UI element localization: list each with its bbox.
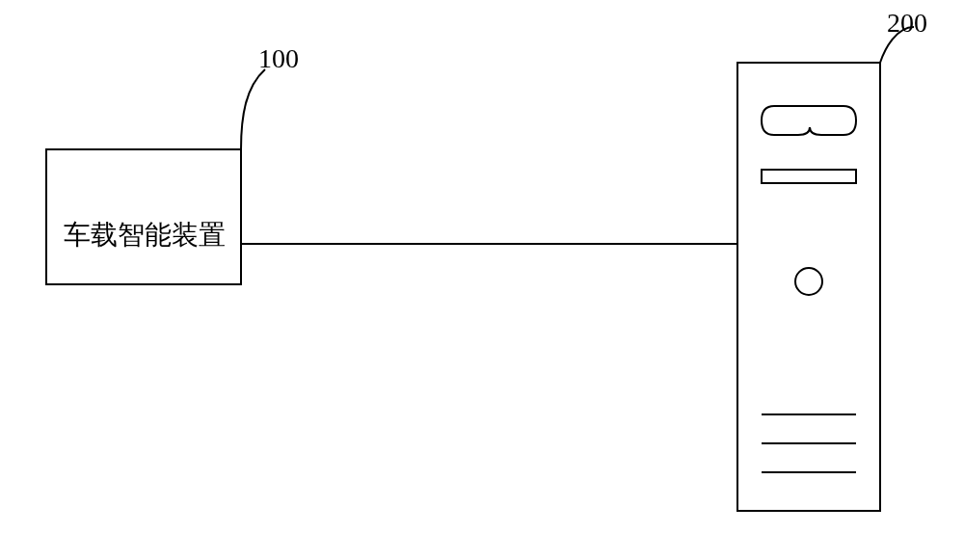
tower-power-button <box>795 268 822 295</box>
diagram-canvas <box>0 0 964 560</box>
leader-100 <box>241 69 265 149</box>
ref-label-200: 200 <box>887 8 927 39</box>
device-box-label: 车载智能装置 <box>58 217 231 253</box>
tower-top-slot <box>762 106 856 135</box>
tower-drive-slot <box>762 170 856 183</box>
ref-label-100: 100 <box>258 43 299 74</box>
